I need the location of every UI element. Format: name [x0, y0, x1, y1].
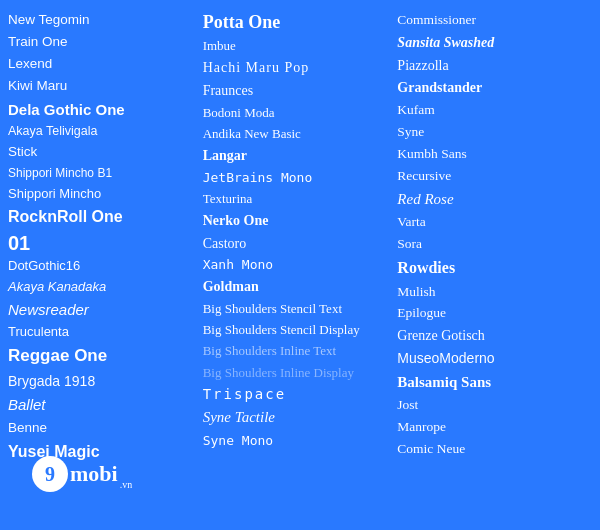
list-item[interactable]: 01	[8, 231, 203, 255]
font-column-3: Commissioner Sansita Swashed Piazzolla G…	[397, 10, 592, 520]
list-item[interactable]: Langar	[203, 145, 398, 167]
list-item[interactable]: Rowdies	[397, 256, 592, 281]
list-item[interactable]: Kumbh Sans	[397, 144, 592, 165]
list-item[interactable]: Kiwi Maru	[8, 76, 203, 97]
list-item[interactable]: Grenze Gotisch	[397, 325, 592, 347]
list-item[interactable]: Fraunces	[203, 80, 398, 102]
list-item[interactable]: Xanh Mono	[203, 255, 398, 275]
list-item[interactable]: Commissioner	[397, 10, 592, 31]
list-item[interactable]: Potta One	[203, 10, 398, 35]
list-item[interactable]: Trispace	[203, 384, 398, 406]
font-list-container: New Tegomin Train One Lexend Kiwi Maru D…	[0, 0, 600, 530]
list-item[interactable]: Hachi Maru Pop	[203, 57, 398, 79]
font-column-2: Potta One Imbue Hachi Maru Pop Fraunces …	[203, 10, 398, 520]
list-item[interactable]: Ballet	[8, 393, 203, 416]
list-item[interactable]: Balsamiq Sans	[397, 371, 592, 394]
list-item[interactable]: Bodoni Moda	[203, 103, 398, 123]
list-item[interactable]: Piazzolla	[397, 55, 592, 77]
list-item[interactable]: Imbue	[203, 36, 398, 56]
list-item[interactable]: Akaya Kanadaka	[8, 277, 203, 297]
list-item[interactable]: Manrope	[397, 417, 592, 438]
list-item[interactable]: Grandstander	[397, 77, 592, 99]
list-item[interactable]: Sora	[397, 234, 592, 255]
list-item[interactable]: Castoro	[203, 233, 398, 255]
list-item[interactable]: Syne Tactile	[203, 406, 398, 429]
list-item[interactable]: Syne	[397, 122, 592, 143]
list-item[interactable]: Truculenta	[8, 322, 203, 342]
list-item[interactable]: Dela Gothic One	[8, 98, 203, 121]
watermark-number: 9	[45, 463, 55, 486]
list-item[interactable]: Big Shoulders Stencil Text	[203, 299, 398, 319]
list-item[interactable]: Big Shoulders Inline Display	[203, 363, 398, 383]
list-item[interactable]: Syne Mono	[203, 431, 398, 451]
list-item[interactable]: Shippori Mincho	[8, 184, 203, 204]
watermark-tld: .vn	[120, 479, 133, 490]
list-item[interactable]: Jost	[397, 395, 592, 416]
list-item[interactable]: MuseoModerno	[397, 348, 592, 370]
list-item[interactable]: Stick	[8, 142, 203, 163]
list-item[interactable]: Big Shoulders Inline Text	[203, 341, 398, 361]
list-item[interactable]: RocknRoll One	[8, 205, 203, 230]
font-column-1: New Tegomin Train One Lexend Kiwi Maru D…	[8, 10, 203, 520]
list-item[interactable]: Shippori Mincho B1	[8, 164, 203, 183]
list-item[interactable]: Texturina	[203, 189, 398, 209]
watermark: 9 mobi .vn	[32, 456, 132, 492]
list-item[interactable]: Sansita Swashed	[397, 32, 592, 54]
watermark-brand: mobi	[70, 461, 118, 487]
list-item[interactable]: Train One	[8, 32, 203, 53]
list-item[interactable]: Akaya Telivigala	[8, 122, 203, 141]
list-item[interactable]: New Tegomin	[8, 10, 203, 31]
list-item[interactable]: Varta	[397, 212, 592, 233]
list-item[interactable]: Kufam	[397, 100, 592, 121]
list-item[interactable]: Reggae One	[8, 343, 203, 369]
list-item[interactable]: Comic Neue	[397, 439, 592, 460]
list-item[interactable]: Brygada 1918	[8, 371, 203, 393]
list-item[interactable]: Newsreader	[8, 298, 203, 321]
list-item[interactable]: Goldman	[203, 276, 398, 298]
list-item[interactable]: Nerko One	[203, 210, 398, 232]
list-item[interactable]: DotGothic16	[8, 256, 203, 276]
watermark-circle: 9	[32, 456, 68, 492]
list-item[interactable]: Andika New Basic	[203, 124, 398, 144]
list-item[interactable]: Big Shoulders Stencil Display	[203, 320, 398, 340]
list-item[interactable]: Red Rose	[397, 188, 592, 211]
list-item[interactable]: Mulish	[397, 282, 592, 303]
list-item[interactable]: Epilogue	[397, 303, 592, 324]
list-item[interactable]: Benne	[8, 418, 203, 439]
list-item[interactable]: Recursive	[397, 166, 592, 187]
list-item[interactable]: Lexend	[8, 54, 203, 75]
list-item[interactable]: JetBrains Mono	[203, 168, 398, 188]
